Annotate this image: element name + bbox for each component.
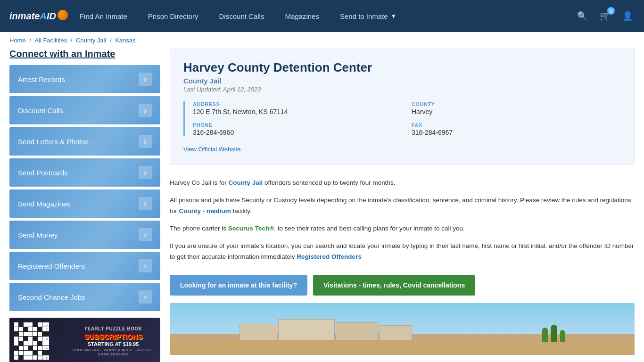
building-3 [336, 322, 378, 340]
fax-block: FAX 316-284-6967 [412, 122, 621, 136]
search-button[interactable]: 🔍 [575, 9, 589, 23]
logo-area[interactable]: inmate A ID [9, 11, 69, 22]
fax-label: FAX [412, 122, 621, 128]
sidebar-label-send-postcards: Send Postcards [18, 169, 68, 177]
ad-line1: YEARLY PUZZLE BOOK [71, 326, 156, 331]
sidebar-item-arrest-records[interactable]: Arrest Records › [9, 65, 160, 93]
securus-tech-link[interactable]: Securus Tech® [228, 225, 274, 232]
building-group [239, 319, 412, 340]
facility-image [170, 303, 635, 355]
tree-3 [560, 330, 565, 342]
cart-badge: 0 [607, 7, 615, 15]
description-p3: The phone carrier is Securus Tech®, to s… [170, 223, 635, 234]
arrow-icon: › [139, 166, 152, 179]
county-label: COUNTY [412, 101, 621, 107]
logo-icon [58, 10, 68, 20]
nav-send-to-inmate[interactable]: Send to Inmate ▾ [330, 0, 406, 32]
facility-card: Harvey County Detention Center County Ja… [170, 49, 635, 165]
tree-group [542, 325, 565, 342]
nav-discount-calls[interactable]: Discount Calls [209, 0, 275, 32]
facility-info-grid: ADDRESS 120 E 7th St, Newton, KS 67114 C… [183, 101, 621, 136]
address-label: ADDRESS [193, 101, 402, 107]
view-official-website-link[interactable]: View Official Website [183, 146, 240, 153]
sidebar: Connect with an Inmate Arrest Records › … [9, 49, 160, 362]
ad-line2: SUBSCRIPTIONS [71, 332, 156, 340]
ad-line4: CROSSWORDS · WORD SEARCH · SUDOKU · BRAI… [71, 348, 156, 356]
ad-line3: STARTING AT $19.95 [71, 341, 156, 347]
facility-name: Harvey County Detention Center [183, 60, 621, 75]
fax-value: 316-284-6967 [412, 129, 621, 136]
breadcrumb-all-facilities[interactable]: All Facilities [35, 37, 67, 44]
description-area: Harvey Co Jail is for County Jail offend… [170, 172, 635, 275]
nav-find-inmate[interactable]: Find An Inmate [69, 0, 138, 32]
sidebar-item-send-magazines[interactable]: Send Magazines › [9, 189, 160, 218]
nav-prison-directory[interactable]: Prison Directory [138, 0, 209, 32]
address-block: ADDRESS 120 E 7th St, Newton, KS 67114 [193, 101, 402, 115]
main-nav: Find An Inmate Prison Directory Discount… [69, 0, 575, 32]
action-buttons: Looking for an inmate at this facility? … [170, 275, 635, 296]
county-jail-link1[interactable]: County Jail [229, 179, 263, 186]
cart-button[interactable]: 🛒 0 [598, 9, 612, 23]
county-value: Harvey [412, 108, 621, 115]
sidebar-label-send-letters: Send Letters & Photos [18, 138, 89, 146]
site-header: inmate A ID Find An Inmate Prison Direct… [0, 0, 644, 32]
sidebar-label-send-magazines: Send Magazines [18, 200, 71, 208]
ad-banner[interactable]: 1 2 3 4 5 YEARLY PUZZLE BOOK SUBSCRIPTIO… [9, 318, 160, 362]
county-medium-link[interactable]: County - medium [179, 207, 231, 214]
nav-magazines[interactable]: Magazines [274, 0, 330, 32]
find-inmate-button[interactable]: Looking for an inmate at this facility? [170, 275, 307, 296]
breadcrumb-home[interactable]: Home [9, 37, 26, 44]
sidebar-label-second-chance-jobs: Second Chance Jobs [18, 293, 85, 301]
sidebar-menu: Arrest Records › Discount Calls › Send L… [9, 65, 160, 311]
tree-1 [542, 328, 548, 342]
description-p4: If you are unsure of your inmate's locat… [170, 241, 635, 263]
breadcrumb-state[interactable]: Kansas [115, 37, 135, 44]
visitation-button[interactable]: Visitations - times, rules, Covid cancel… [313, 275, 475, 296]
breadcrumb-sep3: / [110, 37, 113, 44]
sidebar-item-discount-calls[interactable]: Discount Calls › [9, 96, 160, 124]
header-icon-area: 🔍 🛒 0 👤 [575, 9, 635, 23]
sidebar-item-second-chance-jobs[interactable]: Second Chance Jobs › [9, 283, 160, 311]
description-p2: All prisons and jails have Security or C… [170, 195, 635, 217]
sidebar-item-registered-offenders[interactable]: Registered Offenders › [9, 252, 160, 280]
arrow-icon: › [139, 135, 152, 148]
content-area: Harvey County Detention Center County Ja… [170, 49, 635, 362]
phone-label: PHONE [193, 122, 402, 128]
address-value: 120 E 7th St, Newton, KS 67114 [193, 108, 402, 115]
phone-value: 316-284-6960 [193, 129, 402, 136]
arrow-icon: › [139, 228, 152, 241]
arrow-icon: › [139, 259, 152, 272]
breadcrumb-sep1: / [29, 37, 33, 44]
main-container: Connect with an Inmate Arrest Records › … [0, 49, 644, 362]
building-4 [379, 325, 412, 340]
logo-inmate-text: inmate [9, 11, 40, 22]
sidebar-item-send-money[interactable]: Send Money › [9, 221, 160, 249]
sidebar-item-send-letters[interactable]: Send Letters & Photos › [9, 127, 160, 156]
dropdown-arrow-icon: ▾ [392, 12, 396, 20]
ad-text: YEARLY PUZZLE BOOK SUBSCRIPTIONS STARTIN… [71, 318, 156, 362]
description-p1: Harvey Co Jail is for County Jail offend… [170, 178, 635, 189]
arrow-icon: › [139, 290, 152, 304]
sidebar-item-send-postcards[interactable]: Send Postcards › [9, 158, 160, 187]
logo-id-text: ID [47, 11, 56, 22]
registered-offenders-link[interactable]: Registered Offenders [297, 253, 361, 260]
arrow-icon: › [139, 197, 152, 210]
crossword-grid [14, 322, 47, 360]
breadcrumb-county-jail[interactable]: County Jail [76, 37, 106, 44]
logo-all-text: A [40, 11, 46, 22]
tree-2 [551, 325, 557, 342]
phone-block: PHONE 316-284-6960 [193, 122, 402, 136]
arrow-icon: › [139, 73, 152, 86]
building-1 [239, 324, 277, 340]
facility-type: County Jail [183, 77, 621, 85]
user-button[interactable]: 👤 [620, 9, 635, 23]
breadcrumb-sep2: / [71, 37, 74, 44]
building-2 [278, 319, 335, 340]
search-icon: 🔍 [577, 11, 587, 21]
breadcrumb: Home / All Facilities / County Jail / Ka… [0, 32, 644, 49]
sidebar-label-send-money: Send Money [18, 231, 58, 239]
user-icon: 👤 [622, 11, 633, 21]
facility-last-updated: Last Updated: April 12, 2023 [183, 86, 621, 93]
county-block: COUNTY Harvey [412, 101, 621, 115]
arrow-icon: › [139, 104, 152, 117]
